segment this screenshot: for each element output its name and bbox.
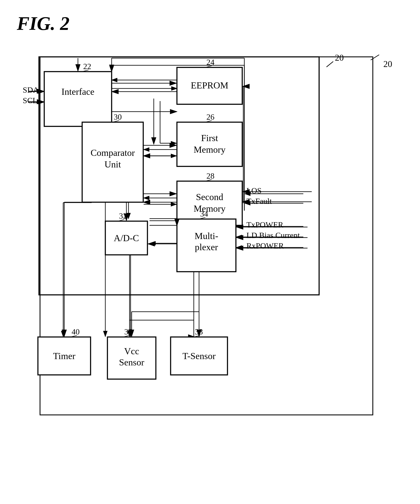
svg-text:Memory: Memory: [194, 144, 226, 155]
svg-text:RxPOWER: RxPOWER: [246, 241, 284, 250]
svg-text:36: 36: [124, 327, 132, 336]
svg-text:T-Sensor: T-Sensor: [182, 351, 216, 361]
svg-text:26: 26: [206, 113, 214, 121]
svg-rect-47: [177, 122, 242, 166]
svg-text:20: 20: [335, 53, 344, 63]
svg-text:40: 40: [72, 327, 80, 336]
svg-text:22: 22: [83, 62, 91, 71]
svg-text:Comparator: Comparator: [90, 148, 135, 158]
svg-text:Memory: Memory: [194, 204, 226, 214]
svg-text:28: 28: [206, 171, 214, 180]
svg-text:plexer: plexer: [195, 242, 218, 252]
svg-text:SCL: SCL: [23, 96, 37, 105]
svg-text:34: 34: [200, 209, 208, 218]
svg-text:First: First: [201, 133, 218, 143]
svg-text:30: 30: [114, 113, 122, 121]
page-title: FIG. 2: [17, 13, 70, 34]
svg-text:Unit: Unit: [104, 159, 121, 169]
svg-text:EEPROM: EEPROM: [191, 80, 228, 90]
svg-text:32: 32: [119, 211, 127, 220]
svg-text:Timer: Timer: [53, 351, 75, 361]
svg-text:SDA: SDA: [23, 85, 39, 94]
svg-text:24: 24: [206, 58, 214, 66]
svg-text:TxPOWER: TxPOWER: [246, 220, 283, 229]
svg-rect-43: [44, 72, 112, 126]
svg-line-89: [326, 61, 333, 67]
svg-text:A/D-C: A/D-C: [114, 233, 139, 243]
svg-text:TxFault: TxFault: [246, 197, 272, 205]
svg-text:LOS: LOS: [246, 186, 262, 195]
svg-text:Sensor: Sensor: [119, 357, 144, 367]
svg-text:Multi-: Multi-: [195, 231, 218, 241]
svg-text:Vcc: Vcc: [124, 346, 139, 356]
svg-text:Second: Second: [196, 192, 223, 202]
svg-text:LD Bias Current: LD Bias Current: [246, 231, 300, 240]
svg-text:Interface: Interface: [61, 87, 94, 97]
